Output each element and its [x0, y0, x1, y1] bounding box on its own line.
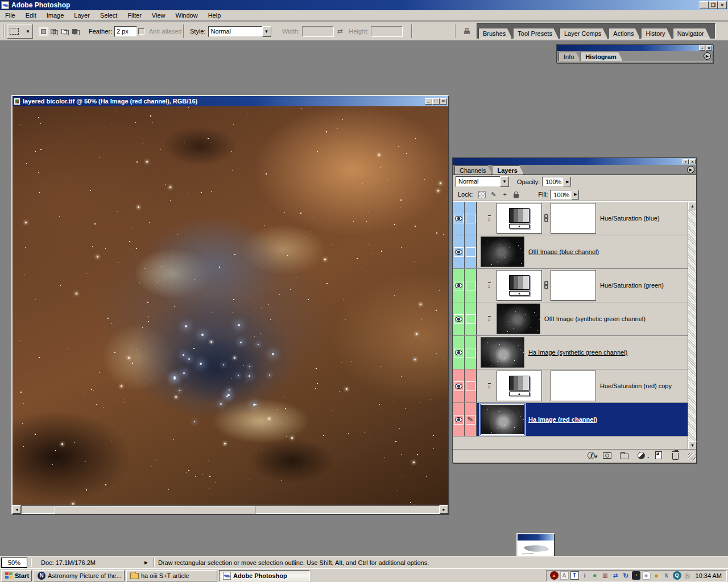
tab-layer-comps[interactable]: Layer Comps: [560, 28, 607, 39]
layer-name[interactable]: Ha Image (synthetic green channel): [528, 349, 627, 356]
tray-icon-gauge[interactable]: ◔: [632, 571, 640, 580]
link-toggle[interactable]: [465, 369, 477, 402]
menu-help[interactable]: Help: [203, 11, 226, 20]
adjustment-layer-thumbnail[interactable]: ▲: [497, 270, 542, 301]
task-adobe-photoshop[interactable]: Adobe Photoshop: [219, 570, 310, 581]
adjustment-layer-thumbnail[interactable]: ▲: [497, 203, 542, 234]
tray-icon-letter-a[interactable]: A: [560, 571, 569, 580]
layer-thumbnail[interactable]: [481, 236, 524, 267]
layers-vertical-scrollbar[interactable]: ▲ ▼: [688, 202, 696, 450]
link-toggle[interactable]: [465, 336, 477, 369]
document-maximize-button[interactable]: □: [432, 98, 440, 105]
layer-name[interactable]: OIII Image (blue channel): [528, 248, 599, 255]
tray-icon-pen-info[interactable]: i: [581, 571, 589, 580]
tray-icon-mouse[interactable]: ◉: [642, 571, 651, 580]
layer-style-button[interactable]: f▪: [588, 452, 595, 459]
layers-close-button[interactable]: ×: [689, 159, 696, 164]
new-group-button[interactable]: [619, 451, 629, 459]
tray-icon-flag-t[interactable]: T: [570, 571, 579, 580]
palette-close-button[interactable]: ×: [706, 45, 712, 51]
adjustment-layer-thumbnail[interactable]: ▲: [497, 371, 542, 401]
hscroll-thumb[interactable]: [55, 506, 255, 514]
layer-mask-thumbnail[interactable]: [551, 371, 596, 401]
delete-layer-trash-button[interactable]: [671, 451, 680, 459]
opacity-stepper[interactable]: 100% ▶: [542, 177, 571, 186]
menu-window[interactable]: Window: [171, 11, 203, 20]
tray-icon-sync[interactable]: ⇄: [611, 571, 620, 580]
tray-icon-coin[interactable]: ●: [652, 571, 661, 580]
minimize-button[interactable]: _: [700, 1, 709, 9]
layer-mask-thumbnail[interactable]: [551, 270, 596, 301]
tab-navigator[interactable]: Navigator: [673, 28, 710, 39]
options-bar-grip[interactable]: [2, 24, 3, 38]
visibility-toggle[interactable]: [453, 369, 465, 402]
link-toggle[interactable]: [465, 202, 477, 235]
layer-name[interactable]: Hue/Saturation (red) copy: [600, 383, 672, 389]
tab-history[interactable]: History: [641, 28, 671, 39]
task-ha-oiii-article[interactable]: ha oiii S+T article: [126, 570, 217, 581]
tray-icon-key[interactable]: k: [663, 571, 671, 580]
tray-icon-stack[interactable]: ≡: [591, 571, 599, 580]
tray-icon-volume[interactable]: ◎: [683, 571, 692, 580]
layer-row-ha-red-selected[interactable]: ✎ Ha Image (red channel): [453, 403, 696, 436]
add-selection-mode-button[interactable]: [49, 27, 59, 36]
task-astronomy-picture[interactable]: N Astronomy Picture of the...: [34, 570, 125, 581]
subtract-selection-mode-button[interactable]: [60, 27, 70, 36]
layer-thumbnail[interactable]: [497, 304, 540, 334]
tab-layers[interactable]: Layers: [492, 165, 523, 174]
app-titlebar[interactable]: Adobe Photoshop _ ❐ ×: [0, 0, 728, 10]
style-dropdown[interactable]: Normal ▼: [208, 26, 271, 37]
tab-tool-presets[interactable]: Tool Presets: [513, 28, 559, 39]
visibility-toggle[interactable]: [453, 403, 465, 436]
tray-icon-quicktime[interactable]: Q: [673, 571, 681, 580]
tab-brushes[interactable]: Brushes: [478, 28, 512, 39]
mask-link-icon[interactable]: [544, 281, 549, 290]
layer-row-oiii-blue[interactable]: OIII Image (blue channel): [453, 235, 696, 269]
layer-name[interactable]: Hue/Saturation (blue): [600, 215, 660, 222]
lock-position-icon[interactable]: +: [501, 191, 508, 198]
link-toggle[interactable]: [465, 235, 477, 268]
layers-palette-titlebar[interactable]: ▪ ×: [453, 158, 696, 165]
menu-edit[interactable]: Edit: [20, 11, 42, 20]
tab-actions[interactable]: Actions: [609, 28, 640, 39]
feather-input[interactable]: [114, 26, 137, 37]
zoom-level-input[interactable]: [1, 558, 27, 568]
link-toggle[interactable]: [465, 269, 477, 302]
marquee-tool-button[interactable]: ▼: [7, 24, 33, 39]
visibility-toggle[interactable]: [453, 202, 465, 235]
link-toggle[interactable]: [465, 302, 477, 335]
anti-aliased-checkbox[interactable]: [138, 28, 144, 35]
scroll-left-icon[interactable]: ◄: [13, 505, 21, 514]
status-menu-arrow-icon[interactable]: ►: [143, 559, 149, 566]
document-titlebar[interactable]: layered bicolor.tif @ 50% (Ha Image (red…: [13, 96, 448, 106]
document-horizontal-scrollbar[interactable]: ◄ ►: [13, 505, 448, 514]
mask-link-icon[interactable]: [544, 214, 549, 223]
lock-paint-icon[interactable]: ✎: [490, 191, 497, 198]
close-button[interactable]: ×: [718, 1, 727, 9]
menu-filter[interactable]: Filter: [122, 11, 146, 20]
tray-icon-antivirus[interactable]: ▲: [550, 571, 559, 580]
tab-info[interactable]: Info: [559, 52, 580, 61]
document-size-readout[interactable]: Doc: 17.1M/176.2M: [41, 559, 143, 566]
document-close-button[interactable]: ×: [440, 98, 447, 105]
menu-image[interactable]: Image: [42, 11, 69, 20]
fill-stepper[interactable]: 100% ▶: [550, 190, 579, 199]
layer-row-hue-saturation-red-copy[interactable]: ↓ ▲ Hue/Saturation (red) copy: [453, 369, 696, 403]
layers-palette-menu-icon[interactable]: ▶: [687, 166, 694, 173]
toolbox-titlebar[interactable]: [518, 534, 554, 541]
layer-row-hue-saturation-blue[interactable]: ↓ ▲ Hue/Saturation (blue): [453, 202, 696, 235]
layer-row-ha-synthetic-green[interactable]: Ha Image (synthetic green channel): [453, 336, 696, 369]
add-layer-mask-button[interactable]: [602, 451, 612, 459]
active-layer-brush-toggle[interactable]: ✎: [465, 403, 477, 436]
visibility-toggle[interactable]: [453, 235, 465, 268]
visibility-toggle[interactable]: [453, 336, 465, 369]
intersect-selection-mode-button[interactable]: [71, 27, 81, 36]
scroll-right-icon[interactable]: ►: [440, 505, 448, 514]
palette-resize-grip[interactable]: [688, 453, 696, 460]
layer-mask-thumbnail[interactable]: [551, 203, 596, 234]
layers-minimize-button[interactable]: ▪: [682, 159, 689, 164]
scroll-up-icon[interactable]: ▲: [688, 202, 697, 210]
layer-name[interactable]: Hue/Saturation (green): [600, 282, 664, 289]
tab-histogram[interactable]: Histogram: [580, 52, 622, 61]
document-minimize-button[interactable]: _: [425, 98, 432, 105]
